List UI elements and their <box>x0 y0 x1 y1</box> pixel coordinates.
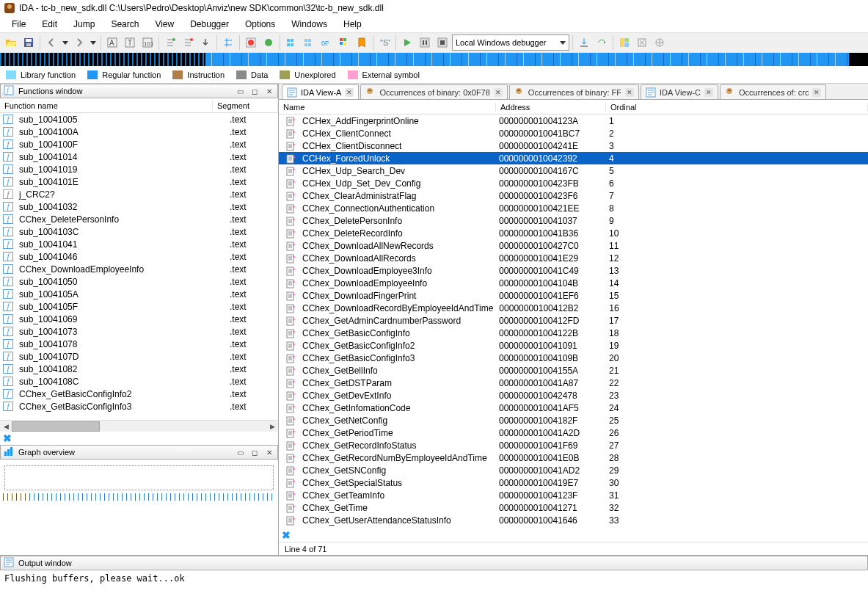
export-row[interactable]: CCHex_ClientConnect0000000010041BC72 <box>279 127 868 139</box>
tab-close-icon[interactable]: ✕ <box>625 88 634 97</box>
scroll-left-icon[interactable]: ◀ <box>0 421 12 432</box>
function-row[interactable]: fsub_1004107D.text <box>0 350 278 363</box>
function-row[interactable]: fsub_10041078.text <box>0 338 278 350</box>
function-row[interactable]: fsub_1004103C.text <box>0 225 278 238</box>
marker-a-icon[interactable]: A <box>104 35 120 51</box>
menu-debugger[interactable]: Debugger <box>183 18 236 31</box>
tab[interactable]: IDA View-C✕ <box>641 84 718 99</box>
scroll-right-icon[interactable]: ▶ <box>266 421 278 432</box>
function-row[interactable]: fsub_10041005.text <box>0 113 278 126</box>
function-row[interactable]: fsub_10041082.text <box>0 363 278 375</box>
panel-maximize-icon[interactable]: ◻ <box>249 447 260 457</box>
panel-maximize-icon[interactable]: ◻ <box>249 86 260 96</box>
function-row[interactable]: fCChex_DownloadEmployeeInfo.text <box>0 263 278 275</box>
back-menu-icon[interactable] <box>61 35 70 51</box>
run-icon[interactable] <box>399 35 415 51</box>
functions-list[interactable]: fsub_10041005.textfsub_1004100A.textfsub… <box>0 113 278 420</box>
function-row[interactable]: fsub_1004105F.text <box>0 300 278 313</box>
export-row[interactable]: CChex_GetSNConfig0000000010041AD229 <box>279 464 868 476</box>
plugin2-icon[interactable] <box>652 35 668 51</box>
export-row[interactable]: CChex_GetNetConfig000000001004182F25 <box>279 414 868 426</box>
function-row[interactable]: fsub_10041069.text <box>0 313 278 325</box>
function-row[interactable]: fsub_1004105A.text <box>0 288 278 300</box>
tab[interactable]: Occurrences of binary: 0x0F78✕ <box>360 84 507 99</box>
hex-bytes-icon[interactable]: 0F <box>318 35 335 51</box>
panel-close-icon[interactable]: ✕ <box>264 86 274 96</box>
col-export-ordinal[interactable]: Ordinal <box>606 103 868 112</box>
tab-close-icon[interactable]: ✕ <box>494 88 503 97</box>
export-row[interactable]: CChex_GetPeriodTime0000000010041A2D26 <box>279 426 868 439</box>
function-row[interactable]: fsub_10041050.text <box>0 275 278 288</box>
back-icon[interactable] <box>43 35 59 51</box>
tab-close-icon[interactable]: ✕ <box>812 88 821 97</box>
export-row[interactable]: CCHex_ForcedUnlock00000000100423924 <box>279 152 868 164</box>
export-row[interactable]: CChex_GetUserAttendanceStatusInfo0000000… <box>279 514 868 526</box>
export-row[interactable]: CChex_GetRecordNumByEmployeeIdAndTime000… <box>279 451 868 464</box>
layout-icon[interactable] <box>616 35 632 51</box>
menu-help[interactable]: Help <box>336 18 369 31</box>
stop-icon[interactable] <box>434 35 451 51</box>
output-body[interactable]: Flushing buffers, please wait...ok <box>0 570 868 599</box>
text-search-icon[interactable]: "S" <box>376 35 393 51</box>
tab[interactable]: Occurrences of binary: FF✕ <box>509 84 639 99</box>
menu-jump[interactable]: Jump <box>66 18 102 31</box>
step-into-icon[interactable] <box>576 35 592 51</box>
debugger-select[interactable]: Local Windows debugger <box>452 35 569 51</box>
breakpoint-icon[interactable] <box>243 35 259 51</box>
export-row[interactable]: CChex_DownloadRecordByEmployeeIdAndTime0… <box>279 302 868 314</box>
function-row[interactable]: fsub_10041073.text <box>0 325 278 338</box>
tab-close-icon[interactable]: ✕ <box>345 88 354 97</box>
export-row[interactable]: CChex_DownloadEmployeeInfo00000000100410… <box>279 277 868 289</box>
menu-edit[interactable]: Edit <box>34 18 65 31</box>
export-row[interactable]: CChex_GetBasicConfigInfo3000000001004109… <box>279 352 868 364</box>
menu-search[interactable]: Search <box>103 18 146 31</box>
col-export-address[interactable]: Address <box>496 103 606 112</box>
menu-options[interactable]: Options <box>238 18 282 31</box>
menu-view[interactable]: View <box>147 18 181 31</box>
bookmark-icon[interactable] <box>354 35 370 51</box>
function-row[interactable]: fCChex_DeletePersonInfo.text <box>0 213 278 225</box>
function-row[interactable]: fsub_1004100F.text <box>0 138 278 150</box>
export-row[interactable]: CChex_GetInfomationCode0000000010041AF52… <box>279 402 868 414</box>
pause-icon[interactable] <box>417 35 433 51</box>
menu-file[interactable]: File <box>4 18 33 31</box>
xref-icon[interactable] <box>220 35 236 51</box>
close-x-icon[interactable]: ✖ <box>3 432 12 444</box>
graph-overview-body[interactable] <box>0 460 278 555</box>
function-row[interactable]: fsub_10041032.text <box>0 200 278 213</box>
close-x-icon[interactable]: ✖ <box>282 529 291 541</box>
functions-hscroll[interactable]: ◀ ▶ <box>0 420 278 432</box>
export-row[interactable]: CChex_ConnectionAuthentication0000000010… <box>279 202 868 214</box>
function-row[interactable]: fsub_1004101E.text <box>0 175 278 188</box>
step-plus-icon[interactable] <box>162 35 178 51</box>
forward-menu-icon[interactable] <box>89 35 98 51</box>
function-row[interactable]: fsub_10041041.text <box>0 238 278 250</box>
step-minus-icon[interactable] <box>180 35 196 51</box>
function-row[interactable]: fsub_10041046.text <box>0 250 278 263</box>
export-row[interactable]: CChex_GetBasicConfigInfo000000001004122B… <box>279 327 868 339</box>
panel-minimize-icon[interactable]: ▭ <box>235 447 245 457</box>
palette-icon[interactable] <box>336 35 352 51</box>
col-segment[interactable]: Segment <box>213 101 278 110</box>
export-row[interactable]: CCHex_Udp_Set_Dev_Config00000000100423FB… <box>279 177 868 189</box>
hex-view-icon[interactable] <box>283 35 299 51</box>
function-row[interactable]: fsub_1004100A.text <box>0 126 278 138</box>
export-row[interactable]: CChex_GetAdminCardnumberPassword00000000… <box>279 314 868 327</box>
export-row[interactable]: CChex_GetSpecialStatus00000000100419E730 <box>279 476 868 489</box>
export-row[interactable]: CCHex_AddFingerprintOnline00000000100412… <box>279 115 868 127</box>
col-function-name[interactable]: Function name <box>0 101 213 110</box>
exports-col-headers[interactable]: Name Address Ordinal <box>279 100 868 115</box>
export-row[interactable]: CChex_DownloadAllRecords0000000010041E29… <box>279 252 868 264</box>
export-row[interactable]: CChex_GetRecordInfoStatus0000000010041F6… <box>279 439 868 451</box>
record-icon[interactable] <box>260 35 277 51</box>
plugin1-icon[interactable] <box>634 35 650 51</box>
function-row[interactable]: fsub_10041019.text <box>0 163 278 175</box>
export-row[interactable]: CCHex_Udp_Search_Dev000000001004167C5 <box>279 164 868 177</box>
marker-t-icon[interactable]: T <box>122 35 138 51</box>
menu-windows[interactable]: Windows <box>284 18 335 31</box>
export-row[interactable]: CChex_DownloadFingerPrint0000000010041EF… <box>279 289 868 302</box>
tab-close-icon[interactable]: ✕ <box>704 88 713 97</box>
function-row[interactable]: fCChex_GetBasicConfigInfo3.text <box>0 400 278 413</box>
forward-icon[interactable] <box>71 35 87 51</box>
hex-view2-icon[interactable] <box>301 35 317 51</box>
